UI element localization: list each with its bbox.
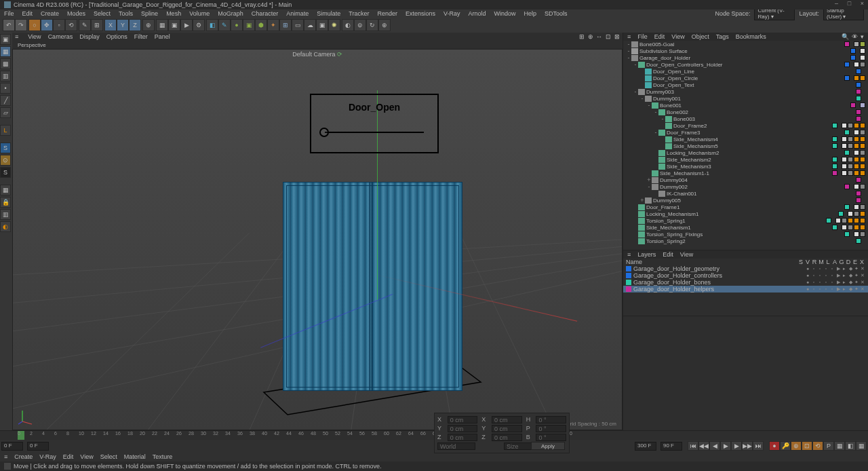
- object-name[interactable]: Dummy002: [660, 184, 844, 190]
- next-frame-button[interactable]: ▶: [731, 441, 742, 451]
- menu-mograph[interactable]: MoGraph: [218, 10, 243, 17]
- snap-button[interactable]: ⊙: [0, 155, 11, 166]
- lock-workplane-button[interactable]: 🔒: [0, 197, 11, 208]
- panel-tab-object[interactable]: Object: [692, 33, 709, 40]
- menu-character[interactable]: Character: [252, 10, 279, 17]
- layers-hamburger-icon[interactable]: ≡: [627, 251, 631, 258]
- mat-menu-texture[interactable]: Texture: [153, 453, 173, 460]
- tree-row[interactable]: -Door_Open_Controllers_Holder: [623, 61, 868, 68]
- window-min-button[interactable]: –: [833, 1, 840, 7]
- tag-icon[interactable]: [854, 204, 859, 210]
- object-name[interactable]: Dummy005: [653, 197, 856, 204]
- layer-swatch[interactable]: [850, 55, 856, 60]
- expander-icon[interactable]: -: [646, 102, 652, 109]
- object-name[interactable]: Bone001: [660, 102, 850, 109]
- layer-name[interactable]: Garage_door_Holder_bones: [633, 279, 805, 286]
- edge-mode-button[interactable]: ╱: [0, 95, 11, 106]
- x-size-field[interactable]: 0 cm: [492, 416, 522, 423]
- texture-mode-button[interactable]: ▩: [0, 58, 11, 69]
- key-rot-button[interactable]: ⟲: [812, 441, 823, 451]
- cube-button[interactable]: ◧: [206, 19, 218, 31]
- lock-xyz-button[interactable]: ⊞: [91, 19, 103, 31]
- range-end-field[interactable]: 300 F: [635, 442, 656, 451]
- window-max-button[interactable]: □: [846, 1, 852, 7]
- layer-flag-icon[interactable]: ▫: [829, 273, 835, 278]
- tree-row[interactable]: Door_Open_Circle: [623, 75, 868, 81]
- tag-icon[interactable]: [842, 123, 847, 128]
- tag-icon[interactable]: [854, 143, 859, 149]
- layer-flag-icon[interactable]: ▸: [842, 273, 847, 278]
- layer-swatch[interactable]: [856, 116, 861, 121]
- make-editable-button[interactable]: ▣: [0, 34, 11, 45]
- render-view-button[interactable]: ▦: [156, 19, 168, 31]
- tree-row[interactable]: -Door_Frame3: [623, 129, 868, 136]
- tag-icon[interactable]: [854, 130, 859, 135]
- axis-button[interactable]: L: [0, 125, 11, 136]
- menu-window[interactable]: Window: [494, 10, 516, 17]
- layer-swatch[interactable]: [844, 41, 850, 47]
- object-name[interactable]: Door_Open_Controllers_Holder: [646, 62, 844, 68]
- y-axis-button[interactable]: Y: [117, 19, 129, 31]
- layer-flag-icon[interactable]: ▫: [811, 266, 816, 271]
- key-param-button[interactable]: P: [823, 441, 834, 451]
- layer-swatch[interactable]: [832, 157, 837, 162]
- vray-render-button[interactable]: ⊚: [354, 19, 366, 31]
- prev-frame-button[interactable]: ◀: [709, 441, 720, 451]
- environment-button[interactable]: ☁: [304, 19, 316, 31]
- extrude-button[interactable]: ▣: [243, 19, 255, 31]
- object-name[interactable]: Door_Open_Circle: [653, 75, 844, 81]
- vp-tool-2[interactable]: ↔: [596, 34, 602, 40]
- planar-button[interactable]: ▥: [0, 209, 11, 220]
- autokey-button[interactable]: 🔑: [780, 441, 791, 451]
- tag-icon[interactable]: [854, 164, 859, 169]
- menu-arnold[interactable]: Arnold: [469, 10, 486, 17]
- layer-flag-icon[interactable]: ✦: [854, 266, 859, 271]
- tag-icon[interactable]: [860, 130, 865, 135]
- filter-icon[interactable]: ▾: [861, 33, 864, 40]
- tag-icon[interactable]: [860, 204, 865, 210]
- tree-row[interactable]: Torsion_Spring2: [623, 238, 868, 244]
- layer-flag-icon[interactable]: ▫: [829, 266, 835, 271]
- expander-icon[interactable]: -: [633, 88, 638, 95]
- tree-row[interactable]: -Bone002: [623, 109, 868, 115]
- layer-swatch[interactable]: [856, 197, 861, 203]
- recent-tool-button[interactable]: ✎: [79, 19, 91, 31]
- menu-modes[interactable]: Modes: [67, 10, 85, 17]
- layers-menu-edit[interactable]: Edit: [663, 251, 673, 258]
- layers-menu-layers[interactable]: Layers: [637, 251, 656, 258]
- menu-spline[interactable]: Spline: [141, 10, 158, 17]
- layer-swatch[interactable]: [856, 238, 861, 244]
- mograph-button[interactable]: ✦: [267, 19, 279, 31]
- world-dropdown[interactable]: World: [437, 442, 475, 450]
- object-name[interactable]: Locking_Mechanism2: [667, 150, 844, 156]
- move-button[interactable]: ✥: [41, 19, 53, 31]
- tag-icon[interactable]: [854, 170, 859, 176]
- timeline-button[interactable]: ▦: [856, 441, 867, 451]
- tree-row[interactable]: Door_Open_Text: [623, 81, 868, 88]
- panel-tab-bookmarks[interactable]: Bookmarks: [736, 33, 766, 40]
- expander-icon[interactable]: +: [646, 176, 652, 183]
- slider-knob[interactable]: [319, 128, 329, 137]
- key-scale-button[interactable]: ⊡: [802, 441, 812, 451]
- layer-swatch[interactable]: [856, 191, 861, 196]
- x-pos-field[interactable]: 0 cm: [448, 416, 478, 423]
- y-size-field[interactable]: 0 cm: [492, 425, 522, 432]
- viewport[interactable]: Default Camera ⟳: [12, 49, 623, 430]
- tag-icon[interactable]: [848, 218, 853, 223]
- object-name[interactable]: Dummy003: [646, 89, 856, 95]
- tree-row[interactable]: Door_Frame1: [623, 204, 868, 210]
- tag-icon[interactable]: [860, 157, 865, 162]
- b-field[interactable]: 0 °: [536, 434, 566, 441]
- mat-menu-v-ray[interactable]: V-Ray: [39, 453, 56, 460]
- tag-icon[interactable]: [860, 62, 865, 67]
- layer-row[interactable]: Garage_door_Holder_helpers●▫▫▫▫▶▸◆✦✕: [623, 286, 868, 293]
- layer-flag-icon[interactable]: ▸: [842, 266, 847, 271]
- vp-tool-0[interactable]: ⊞: [578, 34, 585, 40]
- layer-name[interactable]: Garage_door_Holder_controllers: [633, 272, 805, 279]
- key-pla-button[interactable]: ▦: [834, 441, 845, 451]
- layer-flag-icon[interactable]: ▫: [823, 273, 829, 278]
- layer-swatch[interactable]: [856, 96, 861, 101]
- layer-swatch[interactable]: [832, 143, 837, 149]
- layer-swatch[interactable]: [844, 75, 850, 81]
- vp-hamburger-icon[interactable]: ≡: [15, 33, 18, 40]
